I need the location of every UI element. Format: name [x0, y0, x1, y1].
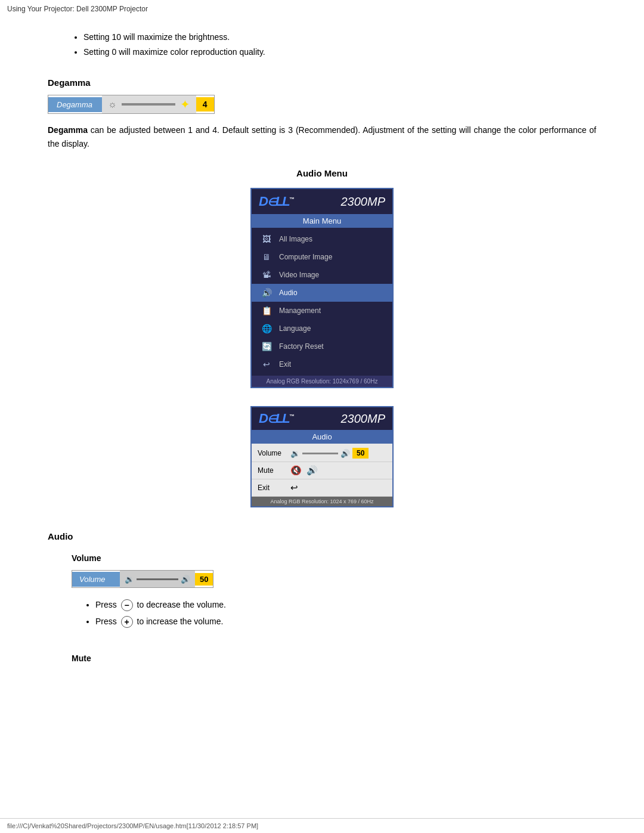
audio-icon: 🔊: [260, 286, 273, 299]
audio-menu-logo: D∈LL™: [259, 411, 293, 426]
vol-track-area: 🔉 🔊: [120, 571, 195, 587]
sun-large-icon: ✦: [180, 97, 190, 112]
audio-menu-heading: Audio Menu: [48, 168, 596, 178]
volume-press-list: Press − to decrease the volume. Press + …: [95, 596, 596, 630]
volume-sub-heading: Volume: [72, 553, 596, 563]
degamma-bold: Degamma: [48, 125, 88, 135]
page-title: Using Your Projector: Dell 2300MP Projec…: [7, 5, 148, 13]
video-image-icon: 📽: [260, 268, 273, 281]
menu-item-computer-image[interactable]: 🖥 Computer Image: [252, 248, 392, 266]
audio-track: [302, 453, 338, 454]
computer-image-icon: 🖥: [260, 250, 273, 264]
audio-menu-title-bar: Audio: [252, 430, 392, 444]
menu-model: 2300MP: [341, 195, 386, 209]
press-label-2: Press: [95, 617, 117, 626]
sun-small-icon: ☼: [108, 99, 117, 110]
menu-title-bar: Main Menu: [252, 214, 392, 228]
bottom-bar: file:///C|/Venkat%20Shared/Projectors/23…: [0, 818, 644, 833]
audio-exit-row: Exit ↩: [252, 479, 392, 497]
mute-on-icon: 🔊: [306, 465, 318, 476]
degamma-heading: Degamma: [48, 78, 596, 88]
decrease-desc: to decrease the volume.: [137, 600, 226, 609]
degamma-value: 4: [196, 97, 214, 112]
audio-exit-icon: ↩: [290, 482, 298, 493]
audio-exit-label: Exit: [258, 484, 290, 492]
increase-desc: to increase the volume.: [137, 617, 224, 626]
volume-low-icon: 🔉: [290, 449, 300, 458]
degamma-track: [122, 103, 175, 106]
bullet-brightness-1: Setting 10 will maximize the brightness.: [83, 30, 596, 45]
volume-slider-img: Volume 🔉 🔊 50: [72, 570, 213, 588]
audio-volume-label: Volume: [258, 449, 290, 457]
menu-item-all-images[interactable]: 🖼 All Images: [252, 230, 392, 248]
menu-item-management-label: Management: [279, 306, 321, 315]
main-content: Setting 10 will maximize the brightness.…: [0, 18, 644, 706]
degamma-section: Degamma Degamma ☼ ✦ 4 Degamma can be adj…: [48, 78, 596, 150]
bullet-brightness-2: Setting 0 will maximize color reproducti…: [83, 45, 596, 60]
vol-low-icon: 🔉: [125, 575, 134, 584]
press-label-1: Press: [95, 600, 117, 609]
audio-text-section: Audio Volume Volume 🔉 🔊 50 Press − to de…: [48, 531, 596, 663]
page-title-bar: Using Your Projector: Dell 2300MP Projec…: [0, 0, 644, 18]
vol-high-icon: 🔊: [181, 575, 190, 584]
menu-item-factory-reset[interactable]: 🔄 Factory Reset: [252, 337, 392, 355]
menu-item-language[interactable]: 🌐 Language: [252, 320, 392, 337]
menu-item-audio-label: Audio: [279, 289, 298, 297]
degamma-track-area: ☼ ✦: [102, 95, 196, 113]
menu-item-video-label: Video Image: [279, 271, 319, 279]
menu-item-audio[interactable]: 🔊 Audio: [252, 284, 392, 302]
brightness-bullets: Setting 10 will maximize the brightness.…: [83, 30, 596, 60]
menu-item-all-images-label: All Images: [279, 235, 312, 243]
minus-key: −: [121, 599, 133, 611]
vol-value: 50: [195, 573, 213, 586]
mute-off-icon: 🔇: [290, 465, 302, 476]
mute-sub-heading: Mute: [72, 654, 596, 663]
degamma-desc-text: can be adjusted between 1 and 4. Default…: [48, 125, 596, 148]
audio-volume-slider: 🔉 🔊 50: [290, 448, 386, 459]
degamma-slider-label: Degamma: [48, 97, 102, 112]
language-icon: 🌐: [260, 322, 273, 335]
press-increase: Press + to increase the volume.: [95, 613, 596, 630]
audio-mute-label: Mute: [258, 466, 290, 475]
exit-icon: ↩: [260, 358, 273, 371]
menu-logo: D∈LL™: [259, 194, 293, 209]
audio-tm-icon: ™: [289, 413, 293, 419]
menu-footer: Analog RGB Resolution: 1024x769 / 60Hz: [252, 376, 392, 387]
menu-item-factory-reset-label: Factory Reset: [279, 342, 324, 351]
factory-reset-icon: 🔄: [260, 340, 273, 353]
menu-item-management[interactable]: 📋 Management: [252, 302, 392, 320]
audio-menu-model: 2300MP: [341, 412, 386, 426]
menu-header: D∈LL™ 2300MP: [252, 189, 392, 214]
vol-slider-label: Volume: [72, 572, 120, 587]
management-icon: 📋: [260, 304, 273, 317]
mute-subsection: Mute: [72, 654, 596, 663]
audio-heading: Audio: [48, 531, 596, 541]
volume-high-icon: 🔊: [340, 449, 350, 458]
footer-path: file:///C|/Venkat%20Shared/Projectors/23…: [7, 822, 258, 829]
menu-item-exit-label: Exit: [279, 360, 291, 368]
menu-item-exit[interactable]: ↩ Exit: [252, 355, 392, 373]
audio-menu-header: D∈LL™ 2300MP: [252, 407, 392, 430]
plus-key: +: [121, 616, 133, 628]
press-decrease: Press − to decrease the volume.: [95, 596, 596, 613]
degamma-slider: Degamma ☼ ✦ 4: [48, 95, 215, 114]
audio-volume-row: Volume 🔉 🔊 50: [252, 445, 392, 462]
main-menu-ui: D∈LL™ 2300MP Main Menu 🖼 All Images 🖥 Co…: [250, 188, 394, 388]
audio-submenu-ui: D∈LL™ 2300MP Audio Volume 🔉 🔊 50 Mute 🔇 …: [250, 406, 394, 507]
volume-subsection: Volume Volume 🔉 🔊 50 Press − to decrease…: [72, 553, 596, 630]
audio-mute-row: Mute 🔇 🔊: [252, 462, 392, 479]
audio-volume-value: 50: [352, 448, 369, 459]
tm-icon: ™: [289, 196, 293, 202]
menu-item-computer-label: Computer Image: [279, 253, 332, 261]
menu-item-video-image[interactable]: 📽 Video Image: [252, 266, 392, 284]
degamma-description: Degamma can be adjusted between 1 and 4.…: [48, 123, 596, 150]
audio-menu-footer: Analog RGB Resolution: 1024 x 769 / 60Hz: [252, 497, 392, 506]
menu-item-language-label: Language: [279, 324, 311, 333]
all-images-icon: 🖼: [260, 233, 273, 246]
vol-track: [137, 578, 178, 580]
mute-icons: 🔇 🔊: [290, 465, 318, 476]
